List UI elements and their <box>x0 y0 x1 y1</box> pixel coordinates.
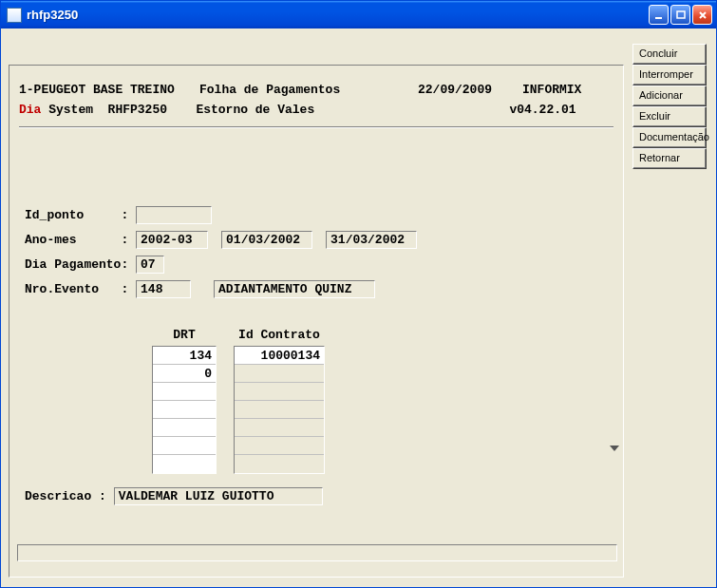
grid-drt-box[interactable]: 134 <box>152 346 217 474</box>
maximize-button[interactable] <box>670 5 690 25</box>
grid-drt-cell[interactable] <box>153 455 216 473</box>
grid-contrato-box[interactable]: 10000134 <box>234 346 325 474</box>
status-panel <box>17 544 617 561</box>
hdr-db: INFORMIX <box>522 83 581 97</box>
header-divider <box>19 126 613 128</box>
grid-drt-column: DRT 134 <box>152 328 217 474</box>
hdr-company: 1-PEUGEOT BASE TREINO <box>19 83 199 97</box>
grid-drt-cell[interactable] <box>153 437 216 455</box>
grid-drt-cell[interactable] <box>153 401 216 419</box>
interromper-button[interactable]: Interromper <box>632 65 707 85</box>
app-icon <box>7 8 22 23</box>
id-ponto-input[interactable] <box>141 208 207 222</box>
ano-mes-label: Ano-mes : <box>25 233 136 247</box>
concluir-button[interactable]: Concluir <box>632 44 707 65</box>
descricao-row: Descricao : VALDEMAR LUIZ GUIOTTO <box>19 487 613 505</box>
svg-rect-1 <box>677 11 685 18</box>
grid-drt-cell-editing[interactable] <box>153 365 216 383</box>
grid-contrato-header: Id Contrato <box>238 328 320 342</box>
documentacao-button[interactable]: Documentação <box>632 127 707 148</box>
client-area: Concluir Interromper Adicionar Excluir D… <box>1 28 716 587</box>
descricao-label: Descricao : <box>25 489 114 503</box>
hdr-screen-title: Estorno de Vales <box>196 103 509 117</box>
hdr-date: 22/09/2009 <box>418 83 522 97</box>
id-ponto-label: Id_ponto : <box>25 208 136 222</box>
close-button[interactable] <box>692 5 712 25</box>
main-panel: 1-PEUGEOT BASE TREINO Folha de Pagamento… <box>9 65 624 578</box>
data-ini-field[interactable]: 01/03/2002 <box>221 231 312 249</box>
grid-drt-cell[interactable]: 134 <box>153 347 216 365</box>
minimize-button[interactable] <box>649 5 669 25</box>
grid-drt-cell[interactable] <box>153 419 216 437</box>
header-line-2: Dia System RHFP3250 Estorno de Vales v04… <box>19 103 613 117</box>
nro-evento-label: Nro.Evento : <box>25 282 136 296</box>
hdr-system: System RHFP3250 <box>41 103 196 117</box>
grid-drt-header: DRT <box>173 328 195 342</box>
scroll-down-icon[interactable] <box>610 446 615 455</box>
grid-contrato-cell[interactable] <box>235 437 324 455</box>
dia-pagamento-label: Dia Pagamento: <box>25 257 136 272</box>
app-window: rhfp3250 Concluir Interromper Adicionar … <box>0 0 717 588</box>
hdr-dia: Dia <box>19 103 41 117</box>
grid-area: DRT 134 Id Contrato 10000134 <box>19 328 613 474</box>
grid-drt-cell[interactable] <box>153 383 216 401</box>
grid-contrato-column: Id Contrato 10000134 <box>234 328 325 474</box>
header-line-1: 1-PEUGEOT BASE TREINO Folha de Pagamento… <box>19 83 613 97</box>
svg-rect-0 <box>655 17 662 19</box>
grid-contrato-cell[interactable] <box>235 455 324 473</box>
retornar-button[interactable]: Retornar <box>632 148 707 169</box>
ano-mes-field[interactable]: 2002-03 <box>136 231 208 249</box>
excluir-button[interactable]: Excluir <box>632 106 707 127</box>
nro-evento-field[interactable]: 148 <box>136 280 191 298</box>
id-ponto-field[interactable] <box>136 206 212 224</box>
grid-contrato-cell[interactable] <box>235 365 324 383</box>
window-title: rhfp3250 <box>27 8 649 22</box>
grid-drt-input[interactable] <box>157 367 212 381</box>
hdr-version: v04.22.01 <box>509 103 575 117</box>
titlebar[interactable]: rhfp3250 <box>1 1 716 28</box>
grid-contrato-cell[interactable] <box>235 419 324 437</box>
adicionar-button[interactable]: Adicionar <box>632 85 707 106</box>
grid-contrato-cell[interactable]: 10000134 <box>235 347 324 365</box>
grid-contrato-cell[interactable] <box>235 401 324 419</box>
descricao-field: VALDEMAR LUIZ GUIOTTO <box>114 487 323 505</box>
side-button-panel: Concluir Interromper Adicionar Excluir D… <box>632 44 707 169</box>
data-fim-field[interactable]: 31/03/2002 <box>326 231 417 249</box>
hdr-module: Folha de Pagamentos <box>199 83 418 97</box>
dia-pagamento-field[interactable]: 07 <box>136 256 164 274</box>
grid-contrato-cell[interactable] <box>235 383 324 401</box>
nro-evento-desc-field: ADIANTAMENTO QUINZ <box>214 280 375 298</box>
form-area: Id_ponto : Ano-mes : 2002-03 01/03/2002 … <box>19 204 613 299</box>
